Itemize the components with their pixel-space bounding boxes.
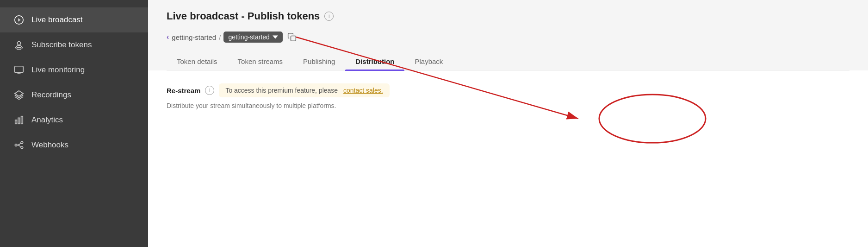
- sidebar-item-label: Live broadcast: [31, 15, 83, 25]
- tabs-row: Token details Token streams Publishing D…: [167, 53, 849, 70]
- play-circle-icon: [13, 14, 25, 26]
- tab-distribution[interactable]: Distribution: [345, 53, 404, 70]
- webhooks-icon: [13, 139, 25, 151]
- restream-notice: To access this premium feature, please c…: [219, 83, 389, 97]
- restream-header: Re-stream i To access this premium featu…: [167, 83, 849, 97]
- svg-point-2: [17, 42, 20, 45]
- svg-rect-12: [291, 36, 296, 41]
- sidebar-item-live-monitoring[interactable]: Live monitoring: [0, 57, 148, 82]
- restream-info-icon[interactable]: i: [205, 86, 214, 95]
- restream-description: Distribute your stream simultaneously to…: [167, 102, 849, 109]
- tab-token-streams[interactable]: Token streams: [228, 53, 293, 70]
- breadcrumb-current-label: getting-started: [228, 33, 270, 41]
- bar-chart-icon: [13, 114, 25, 126]
- tab-token-details[interactable]: Token details: [167, 53, 228, 70]
- content-area: Re-stream i To access this premium featu…: [148, 70, 868, 247]
- restream-notice-text: To access this premium feature, please: [225, 87, 338, 94]
- breadcrumb-back-button[interactable]: ‹: [167, 33, 169, 41]
- page-info-icon[interactable]: i: [324, 12, 334, 21]
- chevron-down-icon: [273, 34, 278, 40]
- restream-contact-link[interactable]: contact sales.: [343, 87, 383, 94]
- copy-icon: [287, 32, 297, 42]
- sidebar-item-label: Subscribe tokens: [31, 40, 92, 50]
- copy-button[interactable]: [285, 31, 298, 44]
- svg-point-10: [21, 141, 23, 144]
- sidebar: Live broadcast Subscribe tokens Live mon…: [0, 0, 148, 247]
- page-title-row: Live broadcast - Publish tokens i: [167, 10, 849, 22]
- tab-playback[interactable]: Playback: [404, 53, 453, 70]
- tab-publishing[interactable]: Publishing: [293, 53, 345, 70]
- svg-rect-6: [15, 120, 17, 124]
- sidebar-item-label: Analytics: [31, 115, 63, 125]
- svg-rect-3: [17, 48, 21, 50]
- sidebar-item-label: Recordings: [31, 90, 71, 100]
- monitor-icon: [13, 64, 25, 76]
- sidebar-item-live-broadcast[interactable]: Live broadcast: [0, 7, 148, 32]
- svg-rect-4: [15, 66, 23, 73]
- svg-point-9: [15, 144, 17, 146]
- breadcrumb-separator: /: [219, 33, 221, 41]
- sidebar-item-analytics[interactable]: Analytics: [0, 108, 148, 133]
- user-badge-icon: [13, 39, 25, 51]
- svg-rect-7: [18, 118, 20, 124]
- sidebar-item-recordings[interactable]: Recordings: [0, 82, 148, 108]
- page-title: Live broadcast - Publish tokens: [167, 10, 320, 22]
- breadcrumb: ‹ getting-started / getting-started: [167, 31, 849, 44]
- page-header: Live broadcast - Publish tokens i ‹ gett…: [148, 0, 868, 70]
- svg-point-11: [21, 146, 23, 149]
- sidebar-item-label: Live monitoring: [31, 65, 85, 75]
- breadcrumb-root: getting-started: [172, 33, 216, 41]
- svg-marker-1: [18, 18, 21, 21]
- breadcrumb-dropdown-button[interactable]: getting-started: [223, 32, 283, 43]
- restream-section: Re-stream i To access this premium featu…: [167, 83, 849, 109]
- sidebar-item-webhooks[interactable]: Webhooks: [0, 133, 148, 158]
- layers-icon: [13, 89, 25, 101]
- restream-label: Re-stream: [167, 87, 200, 95]
- svg-rect-8: [21, 116, 23, 124]
- sidebar-item-label: Webhooks: [31, 140, 68, 150]
- main-content: Live broadcast - Publish tokens i ‹ gett…: [148, 0, 868, 247]
- sidebar-item-subscribe-tokens[interactable]: Subscribe tokens: [0, 32, 148, 57]
